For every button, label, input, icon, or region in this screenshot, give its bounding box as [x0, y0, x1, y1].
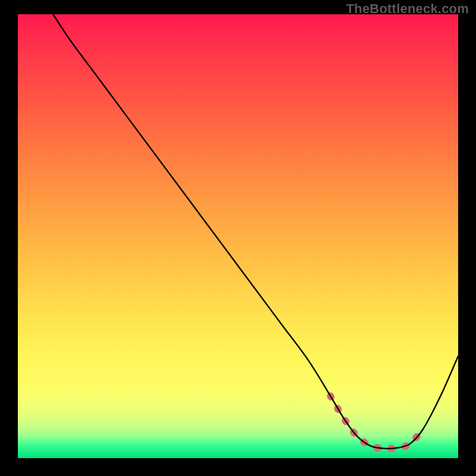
chart-frame: TheBottleneck.com — [0, 0, 476, 476]
highlight-segment — [330, 396, 422, 449]
curve-layer — [18, 14, 458, 458]
plot-area — [18, 14, 458, 458]
bottleneck-curve — [53, 14, 458, 449]
